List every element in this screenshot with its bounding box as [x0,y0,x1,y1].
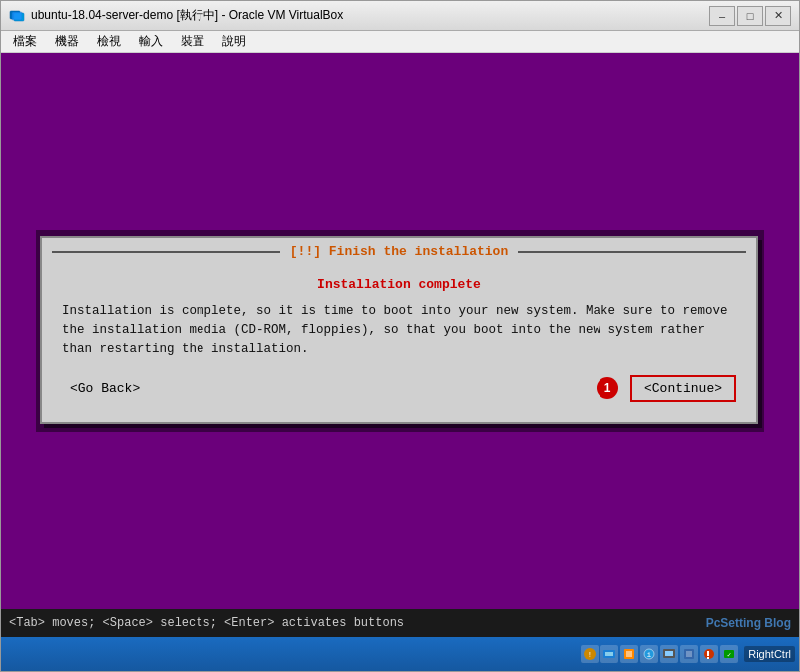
app-icon [9,8,25,24]
vm-status-bar: <Tab> moves; <Space> selects; <Enter> ac… [1,609,799,637]
svg-rect-2 [12,12,22,20]
terminal-area: [!!] Finish the installation Installatio… [1,53,799,609]
svg-text:✓: ✓ [727,651,731,659]
dialog-title-bar: [!!] Finish the installation [42,238,756,265]
rightctrl-label: RightCtrl [744,646,795,662]
svg-text:i: i [647,650,652,659]
svg-rect-17 [707,657,709,659]
title-line-right [518,251,746,253]
svg-text:!: ! [588,650,593,659]
taskbar-icon-2[interactable] [600,645,618,663]
watermark: PcSetting Blog [706,616,791,630]
taskbar-icon-6[interactable] [680,645,698,663]
taskbar-icon-8[interactable]: ✓ [720,645,738,663]
menu-file[interactable]: 檔案 [5,31,45,52]
taskbar-icon-3[interactable] [620,645,638,663]
body-line1: Installation is complete, so it is time … [62,304,728,318]
windows-taskbar: ! i ✓ RightCtrl [1,637,799,671]
menu-view[interactable]: 檢視 [89,31,129,52]
keyboard-hint: <Tab> moves; <Space> selects; <Enter> ac… [9,616,706,630]
taskbar-icon-7[interactable] [700,645,718,663]
title-bar: ubuntu-18.04-server-demo [執行中] - Oracle … [1,1,799,31]
body-line2: the installation media (CD-ROM, floppies… [62,323,705,337]
window-controls: – □ ✕ [709,6,791,26]
svg-rect-12 [665,651,673,656]
minimize-button[interactable]: – [709,6,735,26]
menu-bar: 檔案 機器 檢視 輸入 裝置 說明 [1,31,799,53]
svg-rect-14 [686,651,692,657]
svg-rect-8 [626,651,632,657]
dialog-box: [!!] Finish the installation Installatio… [40,236,758,423]
window-title: ubuntu-18.04-server-demo [執行中] - Oracle … [31,7,709,24]
virtualbox-window: ubuntu-18.04-server-demo [執行中] - Oracle … [0,0,800,672]
maximize-button[interactable]: □ [737,6,763,26]
title-line-left [52,251,280,253]
menu-machine[interactable]: 機器 [47,31,87,52]
menu-help[interactable]: 說明 [214,31,254,52]
close-button[interactable]: ✕ [765,6,791,26]
taskbar-icon-5[interactable] [660,645,678,663]
menu-devices[interactable]: 裝置 [173,31,212,52]
svg-rect-6 [605,652,613,656]
taskbar-icon-1[interactable]: ! [581,645,599,663]
dialog-title-text: [!!] Finish the installation [280,244,518,259]
body-line3: than restarting the installation. [62,342,309,356]
step-badge: 1 [597,377,618,399]
installation-status: Installation complete [62,277,736,292]
dialog-buttons: <Go Back> 1 <Continue> [62,375,736,402]
continue-button[interactable]: <Continue> [630,375,736,402]
go-back-button[interactable]: <Go Back> [62,377,148,400]
taskbar-icon-4[interactable]: i [640,645,658,663]
menu-input[interactable]: 輸入 [131,31,171,52]
svg-rect-16 [707,651,709,656]
dialog-body: Installation is complete, so it is time … [62,302,736,358]
vm-screen: [!!] Finish the installation Installatio… [1,53,799,637]
dialog-content: Installation complete Installation is co… [42,265,756,421]
taskbar-icons: ! i ✓ RightCtrl [581,645,795,663]
